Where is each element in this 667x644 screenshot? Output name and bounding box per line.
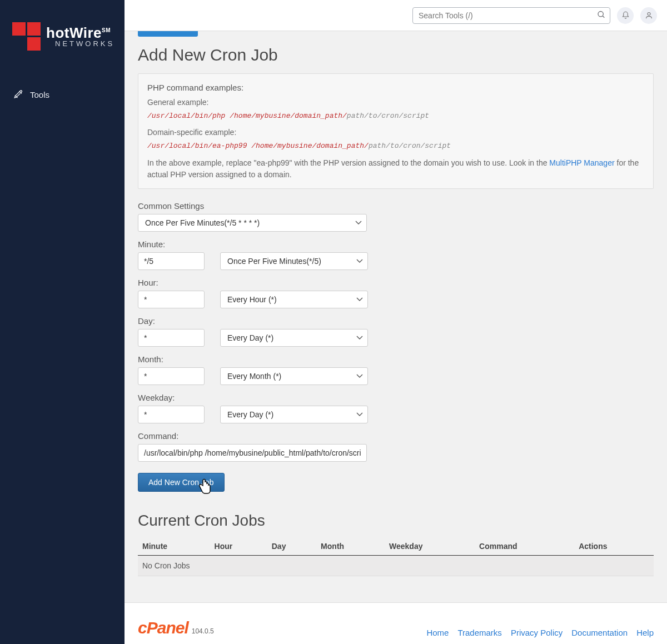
brand-sm: SM bbox=[102, 27, 111, 33]
col-minute: Minute bbox=[138, 537, 210, 556]
footer-link-home[interactable]: Home bbox=[426, 628, 449, 637]
brand-logo: hotWireSM NETWORKS bbox=[0, 17, 125, 62]
cpanel-mark: cPanel bbox=[138, 618, 188, 637]
sidebar-item-tools[interactable]: Tools bbox=[0, 84, 125, 105]
domain-example-label: Domain-specific example: bbox=[147, 127, 644, 138]
col-weekday: Weekday bbox=[385, 537, 475, 556]
day-preset-select[interactable]: Every Day (*) bbox=[220, 329, 368, 347]
tab-fragment bbox=[138, 31, 198, 37]
col-month: Month bbox=[316, 537, 385, 556]
day-input[interactable] bbox=[138, 329, 205, 347]
multiphp-manager-link[interactable]: MultiPHP Manager bbox=[549, 158, 614, 167]
notifications-button[interactable] bbox=[617, 7, 634, 24]
search-icon[interactable] bbox=[597, 10, 606, 21]
page-title: Add New Cron Job bbox=[138, 46, 654, 64]
weekday-input[interactable] bbox=[138, 406, 205, 423]
sidebar-item-label: Tools bbox=[30, 90, 49, 99]
month-label: Month: bbox=[138, 355, 654, 364]
brand-mark-icon bbox=[12, 22, 41, 51]
footer-link-help[interactable]: Help bbox=[636, 628, 654, 637]
footer-link-trademarks[interactable]: Trademarks bbox=[457, 628, 501, 637]
cpanel-logo: cPanel 104.0.5 bbox=[138, 618, 214, 637]
empty-state: No Cron Jobs bbox=[138, 555, 654, 576]
table-row: No Cron Jobs bbox=[138, 555, 654, 576]
hour-label: Hour: bbox=[138, 278, 654, 287]
domain-example-code: /usr/local/bin/ea-php99 /home/mybusine/d… bbox=[147, 141, 644, 152]
col-hour: Hour bbox=[210, 537, 267, 556]
hour-input[interactable] bbox=[138, 291, 205, 308]
cpanel-version: 104.0.5 bbox=[192, 627, 214, 635]
minute-preset-select[interactable]: Once Per Five Minutes(*/5) bbox=[220, 252, 368, 270]
current-cron-jobs-title: Current Cron Jobs bbox=[138, 512, 654, 530]
user-icon bbox=[645, 11, 653, 19]
svg-line-1 bbox=[603, 16, 604, 17]
weekday-preset-select[interactable]: Every Day (*) bbox=[220, 406, 368, 423]
general-example-label: General example: bbox=[147, 97, 644, 108]
minute-input[interactable] bbox=[138, 252, 205, 270]
examples-heading: PHP command examples: bbox=[147, 82, 644, 94]
account-button[interactable] bbox=[640, 7, 657, 24]
search-wrap bbox=[412, 7, 610, 24]
minute-label: Minute: bbox=[138, 239, 654, 249]
add-new-cron-job-button[interactable]: Add New Cron Job bbox=[138, 473, 225, 492]
common-settings-select[interactable]: Once Per Five Minutes(*/5 * * * *) bbox=[138, 214, 367, 232]
brand-line2: NETWORKS bbox=[55, 40, 115, 47]
footer: cPanel 104.0.5 Home Trademarks Privacy P… bbox=[125, 602, 667, 644]
bell-icon bbox=[621, 11, 630, 19]
cron-jobs-table: Minute Hour Day Month Weekday Command Ac… bbox=[138, 537, 654, 576]
svg-point-0 bbox=[598, 11, 603, 16]
command-input[interactable] bbox=[138, 444, 367, 462]
brand-line1: hotWire bbox=[46, 24, 102, 41]
hour-preset-select[interactable]: Every Hour (*) bbox=[220, 291, 368, 308]
col-command: Command bbox=[475, 537, 574, 556]
command-label: Command: bbox=[138, 431, 654, 441]
month-input[interactable] bbox=[138, 367, 205, 385]
month-preset-select[interactable]: Every Month (*) bbox=[220, 367, 368, 385]
col-actions: Actions bbox=[574, 537, 654, 556]
tools-icon bbox=[13, 89, 23, 99]
footer-link-documentation[interactable]: Documentation bbox=[571, 628, 628, 637]
topbar bbox=[125, 0, 667, 31]
search-input[interactable] bbox=[412, 7, 610, 24]
php-examples-box: PHP command examples: General example: /… bbox=[138, 73, 654, 189]
weekday-label: Weekday: bbox=[138, 393, 654, 402]
sidebar: hotWireSM NETWORKS Tools bbox=[0, 0, 125, 644]
common-settings-label: Common Settings bbox=[138, 201, 654, 211]
footer-link-privacy[interactable]: Privacy Policy bbox=[511, 628, 563, 637]
general-example-code: /usr/local/bin/php /home/mybusine/domain… bbox=[147, 111, 644, 122]
examples-note: In the above example, replace "ea-php99"… bbox=[147, 157, 644, 181]
day-label: Day: bbox=[138, 316, 654, 326]
col-day: Day bbox=[267, 537, 316, 556]
svg-point-2 bbox=[648, 13, 650, 16]
